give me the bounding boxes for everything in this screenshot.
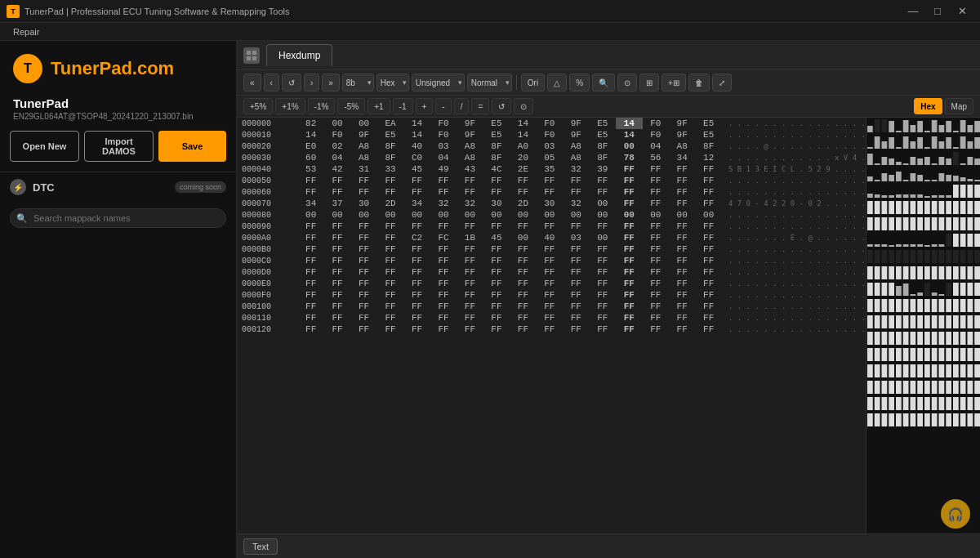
- hex-cell[interactable]: E5: [483, 129, 510, 141]
- hex-cell[interactable]: 33: [377, 163, 403, 175]
- hex-cell[interactable]: FF: [669, 289, 695, 301]
- hex-cell[interactable]: FF: [350, 312, 376, 324]
- hex-cell[interactable]: FF: [590, 312, 616, 324]
- hex-cell[interactable]: 00: [324, 118, 350, 129]
- hex-cell[interactable]: FF: [430, 301, 457, 312]
- hex-cell[interactable]: FF: [297, 278, 323, 289]
- hex-cell[interactable]: 00: [350, 118, 376, 129]
- hex-cell[interactable]: FF: [483, 278, 510, 289]
- hex-cell[interactable]: FF: [324, 221, 350, 232]
- close-button[interactable]: ✕: [951, 0, 973, 23]
- hex-cell[interactable]: FF: [695, 232, 721, 243]
- hex-cell[interactable]: FF: [616, 266, 642, 278]
- hex-cell[interactable]: 14: [297, 129, 323, 141]
- hex-cell[interactable]: FF: [297, 243, 323, 255]
- maximize-button[interactable]: □: [926, 0, 949, 23]
- hex-cell[interactable]: FF: [350, 243, 376, 255]
- hex-cell[interactable]: FF: [695, 266, 721, 278]
- hex-cell[interactable]: FF: [457, 243, 483, 255]
- hex-cell[interactable]: 32: [430, 198, 457, 209]
- hex-cell[interactable]: FF: [403, 301, 430, 312]
- hex-cell[interactable]: 00: [377, 209, 403, 221]
- hex-cell[interactable]: FF: [377, 175, 403, 186]
- hex-cell[interactable]: FF: [430, 175, 457, 186]
- hex-cell[interactable]: FF: [643, 186, 669, 198]
- nav-prev-button[interactable]: ‹: [264, 74, 279, 92]
- hex-cell[interactable]: 00: [590, 209, 616, 221]
- hex-cell[interactable]: FF: [537, 255, 563, 266]
- hex-cell[interactable]: 14: [616, 118, 642, 129]
- hex-cell[interactable]: 00: [643, 209, 669, 221]
- hex-cell[interactable]: E5: [590, 129, 616, 141]
- hex-cell[interactable]: 00: [695, 209, 721, 221]
- hex-cell[interactable]: 03: [537, 141, 563, 152]
- hex-cell[interactable]: FF: [537, 301, 563, 312]
- hex-cell[interactable]: 8F: [590, 152, 616, 163]
- hex-cell[interactable]: 8F: [695, 141, 721, 152]
- minus5-button[interactable]: -5%: [337, 98, 365, 114]
- hex-cell[interactable]: FF: [590, 301, 616, 312]
- hex-cell[interactable]: FF: [403, 312, 430, 324]
- minimize-button[interactable]: —: [902, 0, 924, 23]
- expand-button[interactable]: ⤢: [712, 74, 732, 92]
- hex-cell[interactable]: 00: [297, 209, 323, 221]
- nav-next-button[interactable]: ›: [304, 74, 319, 92]
- hex-cell[interactable]: 9F: [457, 118, 483, 129]
- hex-cell[interactable]: 00: [563, 209, 589, 221]
- hex-cell[interactable]: E5: [483, 118, 510, 129]
- search-input[interactable]: [10, 208, 226, 228]
- hex-cell[interactable]: FF: [510, 266, 536, 278]
- hex-cell[interactable]: FF: [643, 312, 669, 324]
- hex-cell[interactable]: FF: [563, 221, 589, 232]
- hex-cell[interactable]: FF: [537, 324, 563, 335]
- hex-cell[interactable]: A8: [563, 152, 589, 163]
- hex-cell[interactable]: FF: [430, 278, 457, 289]
- hex-cell[interactable]: FF: [510, 186, 536, 198]
- hex-cell[interactable]: FF: [483, 289, 510, 301]
- hex-cell[interactable]: FF: [297, 255, 323, 266]
- hex-cell[interactable]: FF: [669, 175, 695, 186]
- hex-cell[interactable]: FF: [669, 198, 695, 209]
- hex-cell[interactable]: 9F: [669, 129, 695, 141]
- hex-cell[interactable]: FF: [669, 278, 695, 289]
- hex-cell[interactable]: FF: [403, 266, 430, 278]
- target-button[interactable]: ⊙: [617, 74, 637, 92]
- hex-cell[interactable]: 9F: [350, 129, 376, 141]
- hex-cell[interactable]: 8F: [377, 152, 403, 163]
- nav-reset-button[interactable]: ↺: [282, 74, 301, 92]
- delete-button[interactable]: 🗑: [688, 74, 710, 92]
- hex-cell[interactable]: 34: [297, 198, 323, 209]
- hex-cell[interactable]: FF: [563, 266, 589, 278]
- hex-cell[interactable]: FF: [616, 255, 642, 266]
- hex-cell[interactable]: A0: [510, 141, 536, 152]
- nav-first-button[interactable]: «: [243, 74, 261, 92]
- hex-cell[interactable]: 9F: [563, 129, 589, 141]
- hex-cell[interactable]: FF: [669, 163, 695, 175]
- hex-cell[interactable]: 00: [510, 232, 536, 243]
- hex-cell[interactable]: F0: [643, 118, 669, 129]
- hex-cell[interactable]: FF: [590, 175, 616, 186]
- hex-cell[interactable]: 1B: [457, 232, 483, 243]
- hex-cell[interactable]: FF: [643, 232, 669, 243]
- hex-cell[interactable]: 32: [563, 163, 589, 175]
- import-damos-button[interactable]: Import DAMOS: [84, 131, 154, 162]
- hex-cell[interactable]: FF: [403, 278, 430, 289]
- plus1val-button[interactable]: +1: [368, 98, 390, 114]
- hex-cell[interactable]: 00: [590, 232, 616, 243]
- hex-cell[interactable]: FF: [457, 324, 483, 335]
- hex-cell[interactable]: FF: [403, 221, 430, 232]
- hex-cell[interactable]: FF: [430, 312, 457, 324]
- hex-cell[interactable]: F0: [537, 129, 563, 141]
- hex-cell[interactable]: 8F: [483, 141, 510, 152]
- hexdump-scroll[interactable]: 000000820000EA14F09FE514F09FE514F09FE5. …: [237, 118, 866, 533]
- hex-cell[interactable]: 2D: [510, 198, 536, 209]
- hex-cell[interactable]: FF: [695, 163, 721, 175]
- hex-cell[interactable]: 42: [324, 163, 350, 175]
- save-button[interactable]: Save: [158, 131, 226, 162]
- hex-cell[interactable]: A8: [457, 141, 483, 152]
- hex-cell[interactable]: FF: [669, 232, 695, 243]
- hex-cell[interactable]: A8: [457, 152, 483, 163]
- grid-button[interactable]: ⊞: [639, 74, 659, 92]
- hex-cell[interactable]: FF: [403, 243, 430, 255]
- hex-cell[interactable]: FF: [695, 255, 721, 266]
